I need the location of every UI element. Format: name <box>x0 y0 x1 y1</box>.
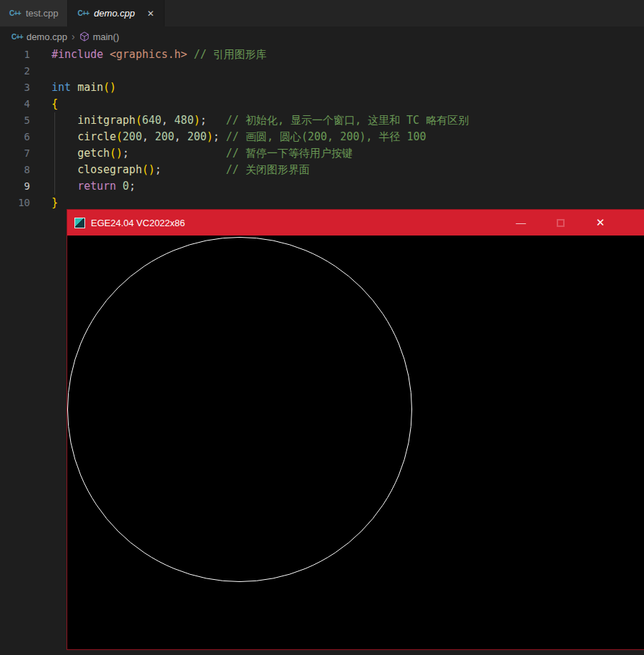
code-token: // 画圆, 圆心(200, 200), 半径 100 <box>226 130 426 143</box>
chevron-right-icon: › <box>72 31 75 42</box>
code-line-text: closegraph(); // 关闭图形界面 <box>30 162 310 178</box>
code-token <box>52 130 77 143</box>
minimize-button[interactable]: — <box>504 210 537 236</box>
code-token: // 引用图形库 <box>194 48 267 61</box>
tab-label: test.cpp <box>26 8 59 19</box>
code-token <box>129 147 225 160</box>
code-line: 9 return 0; <box>0 178 644 195</box>
code-token: 640 <box>142 114 161 127</box>
code-token: // 初始化, 显示一个窗口, 这里和 TC 略有区别 <box>226 114 469 127</box>
code-token: getch <box>77 147 109 160</box>
code-line: 7 getch(); // 暂停一下等待用户按键 <box>0 145 644 162</box>
line-number[interactable]: 2 <box>0 63 30 79</box>
code-token: , <box>162 114 175 127</box>
code-line: 1#include <graphics.h> // 引用图形库 <box>0 47 644 63</box>
code-token: ( <box>103 81 109 94</box>
maximize-box-icon <box>557 219 565 227</box>
code-token: ) <box>148 163 155 176</box>
line-number[interactable]: 10 <box>0 195 30 211</box>
line-number[interactable]: 7 <box>0 145 30 162</box>
code-token: ( <box>116 130 122 143</box>
code-token: ; <box>213 130 220 143</box>
code-line: 3int main() <box>0 79 644 96</box>
code-token: // 暂停一下等待用户按键 <box>226 147 353 160</box>
ege-app-icon <box>74 218 85 228</box>
code-token: 200 <box>155 130 175 143</box>
code-token <box>71 81 77 94</box>
code-token <box>52 180 77 193</box>
code-line-text: getch(); // 暂停一下等待用户按键 <box>30 145 353 162</box>
code-token <box>207 114 226 127</box>
code-token: initgraph <box>77 114 135 127</box>
code-token: ; <box>155 163 162 176</box>
code-token: , <box>142 130 155 143</box>
breadcrumb-symbol-label: main() <box>93 31 119 42</box>
code-line: 2 <box>0 63 644 79</box>
line-number[interactable]: 4 <box>0 96 30 112</box>
code-line: 6 circle(200, 200, 200); // 画圆, 圆心(200, … <box>0 129 644 145</box>
code-line-text: return 0; <box>30 178 135 195</box>
tab-bar: C++ test.cpp C++ demo.cpp ✕ <box>0 0 644 26</box>
code-token: ) <box>194 114 200 127</box>
code-token: } <box>52 196 58 209</box>
maximize-button[interactable] <box>544 210 577 236</box>
drawn-circle <box>67 237 412 582</box>
indent-guide <box>54 112 55 195</box>
tab-test-cpp[interactable]: C++ test.cpp <box>0 0 68 26</box>
code-token: #include <box>52 48 103 61</box>
code-line-text: } <box>30 195 58 211</box>
line-number[interactable]: 3 <box>0 79 30 96</box>
code-token: 200 <box>187 130 207 143</box>
tab-label: demo.cpp <box>94 8 135 19</box>
close-tab-icon[interactable]: ✕ <box>147 9 154 18</box>
method-symbol-icon <box>79 31 89 42</box>
code-token: main <box>77 81 103 94</box>
code-token <box>103 48 109 61</box>
line-number[interactable]: 1 <box>0 47 30 63</box>
cpp-file-icon: C++ <box>77 9 89 17</box>
breadcrumb-file[interactable]: C++ demo.cpp <box>11 31 67 42</box>
code-token: ( <box>109 147 116 160</box>
code-token: 480 <box>175 114 194 127</box>
code-line-text: int main() <box>30 79 116 96</box>
line-number[interactable]: 9 <box>0 178 30 195</box>
code-line: 4{ <box>0 96 644 112</box>
line-number[interactable]: 8 <box>0 162 30 178</box>
breadcrumb-symbol[interactable]: main() <box>79 31 119 42</box>
code-token: circle <box>77 130 116 143</box>
ege-canvas <box>67 236 644 649</box>
cpp-file-icon: C++ <box>11 33 23 41</box>
breadcrumb: C++ demo.cpp › main() <box>0 26 644 47</box>
code-token: <graphics.h> <box>109 48 187 61</box>
code-token: ; <box>200 114 207 127</box>
code-line-text: circle(200, 200, 200); // 画圆, 圆心(200, 20… <box>30 129 426 145</box>
code-token: return <box>77 180 116 193</box>
code-token <box>52 163 77 176</box>
code-token <box>162 163 226 176</box>
code-line-text: #include <graphics.h> // 引用图形库 <box>30 47 267 63</box>
code-token: closegraph <box>77 163 142 176</box>
code-token <box>187 48 194 61</box>
code-token <box>116 180 122 193</box>
code-token <box>220 130 226 143</box>
line-number[interactable]: 6 <box>0 129 30 145</box>
ege-window[interactable]: EGE24.04 VC2022x86 — ✕ <box>67 209 644 650</box>
line-number[interactable]: 5 <box>0 112 30 129</box>
code-token <box>52 114 77 127</box>
close-button[interactable]: ✕ <box>584 210 617 236</box>
code-token: { <box>52 97 58 110</box>
code-token: 200 <box>122 130 142 143</box>
code-token: ) <box>109 81 116 94</box>
code-line-text <box>30 63 52 79</box>
ege-titlebar[interactable]: EGE24.04 VC2022x86 — ✕ <box>67 210 644 236</box>
code-line-text: { <box>30 96 58 112</box>
window-title: EGE24.04 VC2022x86 <box>91 218 185 228</box>
tab-demo-cpp[interactable]: C++ demo.cpp ✕ <box>68 0 164 26</box>
code-token: , <box>175 130 187 143</box>
breadcrumb-file-label: demo.cpp <box>26 31 67 42</box>
code-line: 5 initgraph(640, 480); // 初始化, 显示一个窗口, 这… <box>0 112 644 129</box>
code-editor[interactable]: 1#include <graphics.h> // 引用图形库23int mai… <box>0 47 644 211</box>
code-token: // 关闭图形界面 <box>226 163 310 176</box>
cpp-file-icon: C++ <box>9 9 21 17</box>
code-token: int <box>52 81 71 94</box>
